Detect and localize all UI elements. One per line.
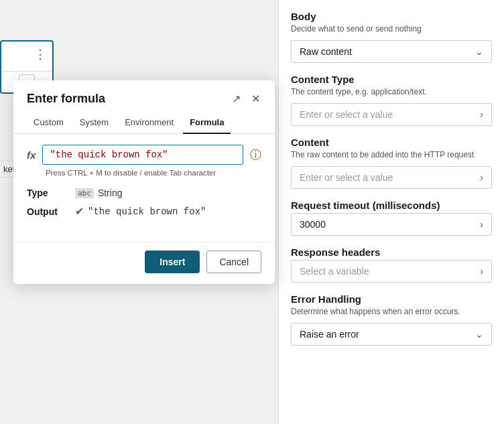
- string-type-icon: abc: [75, 188, 94, 198]
- body-section: Body Decide what to send or send nothing…: [291, 11, 492, 63]
- check-icon: ✔: [75, 205, 84, 218]
- output-row: Output ✔ "the quick brown fox": [27, 205, 261, 218]
- body-dropdown-arrow-icon: ⌄: [475, 46, 483, 57]
- node-dots-icon: ⋮: [34, 47, 47, 62]
- expand-button[interactable]: ↗: [231, 91, 242, 107]
- canvas-area: ⋮ › ket Enter formula ↗ ✕ Custom System …: [0, 0, 278, 424]
- formula-hint: Press CTRL + M to disable / enable Tab c…: [46, 169, 261, 177]
- content-type-subtitle: The content type, e.g. application/text.: [291, 87, 492, 96]
- type-label: Type: [27, 188, 67, 198]
- content-chevron-icon: ›: [480, 172, 483, 183]
- formula-meta: Type abc String Output ✔ "the quick brow…: [27, 188, 261, 218]
- dialog-footer: Insert Cancel: [13, 242, 275, 284]
- response-placeholder: Select a variable: [300, 266, 369, 277]
- fx-label: fx: [27, 149, 36, 161]
- response-section: Response headers Select a variable ›: [291, 246, 492, 283]
- error-dropdown-text: Raise an error: [300, 329, 359, 340]
- content-input[interactable]: Enter or select a value ›: [291, 166, 492, 189]
- response-chevron-icon: ›: [480, 266, 483, 277]
- timeout-section: Request timeout (milliseconds) 30000 ›: [291, 200, 492, 236]
- tab-formula[interactable]: Formula: [183, 112, 231, 134]
- right-panel: Body Decide what to send or send nothing…: [278, 0, 504, 424]
- body-title: Body: [291, 11, 492, 22]
- content-type-title: Content Type: [291, 74, 492, 85]
- tab-custom[interactable]: Custom: [27, 112, 70, 134]
- timeout-chevron-icon: ›: [480, 219, 483, 230]
- content-title: Content: [291, 137, 492, 148]
- body-dropdown[interactable]: Raw content ⌄: [291, 40, 492, 63]
- enter-formula-dialog: Enter formula ↗ ✕ Custom System Environm…: [13, 80, 275, 284]
- error-dropdown[interactable]: Raise an error ⌄: [291, 323, 492, 346]
- output-label: Output: [27, 206, 67, 217]
- response-input[interactable]: Select a variable ›: [291, 260, 492, 283]
- info-icon: ⓘ: [250, 147, 261, 163]
- output-text: "the quick brown fox": [88, 206, 206, 217]
- content-placeholder: Enter or select a value: [300, 172, 393, 183]
- content-section: Content The raw content to be added into…: [291, 137, 492, 189]
- content-type-section: Content Type The content type, e.g. appl…: [291, 74, 492, 126]
- content-type-chevron-icon: ›: [480, 109, 483, 120]
- close-button[interactable]: ✕: [250, 91, 261, 107]
- tab-environment[interactable]: Environment: [118, 112, 180, 134]
- timeout-value: 30000: [300, 219, 326, 230]
- formula-input-row: fx ⓘ: [27, 145, 261, 165]
- content-type-input[interactable]: Enter or select a value ›: [291, 103, 492, 126]
- tab-system[interactable]: System: [73, 112, 115, 134]
- body-dropdown-text: Raw content: [300, 46, 352, 57]
- error-section: Error Handling Determine what happens wh…: [291, 293, 492, 346]
- timeout-title: Request timeout (milliseconds): [291, 200, 492, 211]
- error-title: Error Handling: [291, 293, 492, 305]
- dialog-header-icons: ↗ ✕: [231, 91, 261, 107]
- response-title: Response headers: [291, 246, 492, 258]
- body-subtitle: Decide what to send or send nothing: [291, 24, 492, 33]
- dialog-header: Enter formula ↗ ✕: [13, 80, 275, 112]
- insert-button[interactable]: Insert: [145, 251, 200, 273]
- output-value: ✔ "the quick brown fox": [75, 205, 206, 218]
- content-subtitle: The raw content to be added into the HTT…: [291, 150, 492, 159]
- type-value: abc String: [75, 188, 122, 198]
- content-type-placeholder: Enter or select a value: [300, 109, 393, 120]
- cancel-button[interactable]: Cancel: [206, 251, 261, 273]
- dialog-title: Enter formula: [27, 92, 105, 106]
- error-subtitle: Determine what happens when an error occ…: [291, 307, 492, 316]
- error-dropdown-arrow-icon: ⌄: [475, 329, 483, 340]
- formula-input[interactable]: [42, 145, 243, 165]
- type-text: String: [98, 188, 123, 198]
- timeout-input[interactable]: 30000 ›: [291, 213, 492, 236]
- type-row: Type abc String: [27, 188, 261, 198]
- dialog-body: fx ⓘ Press CTRL + M to disable / enable …: [13, 134, 275, 242]
- dialog-tabs: Custom System Environment Formula: [13, 112, 275, 134]
